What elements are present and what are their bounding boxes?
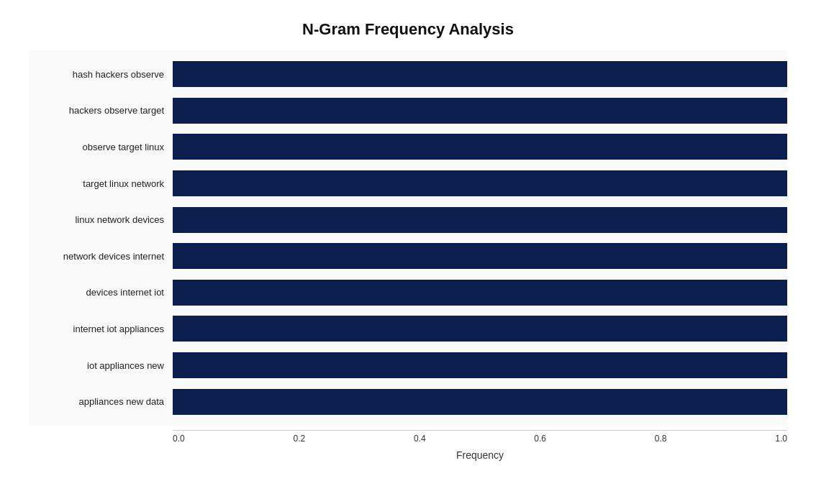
bar-label: network devices internet (29, 251, 173, 262)
bar-row: hackers observe target (29, 93, 787, 128)
bar-track (173, 134, 787, 160)
bar-row: devices internet iot (29, 275, 787, 310)
x-tick: 0.4 (414, 434, 426, 444)
x-tick: 0.0 (173, 434, 185, 444)
bar-track (173, 389, 787, 415)
bar-row: internet iot appliances (29, 311, 787, 346)
x-axis-line (173, 430, 787, 431)
bar-label: linux network devices (29, 214, 173, 225)
bar-label: observe target linux (29, 142, 173, 152)
bar-row: observe target linux (29, 129, 787, 164)
bars-section: hash hackers observehackers observe targ… (29, 50, 787, 426)
bar-fill (173, 389, 787, 415)
x-axis-section: 0.00.20.40.60.81.0 Frequency (173, 426, 787, 461)
bar-row: target linux network (29, 166, 787, 201)
bar-track (173, 207, 787, 233)
bar-row: network devices internet (29, 239, 787, 273)
bar-label: appliances new data (29, 396, 173, 407)
bar-fill (173, 134, 787, 160)
bar-track (173, 98, 787, 124)
bar-row: iot appliances new (29, 348, 787, 382)
bar-track (173, 170, 787, 196)
x-axis-ticks: 0.00.20.40.60.81.0 (173, 434, 787, 444)
bar-label: internet iot appliances (29, 324, 173, 334)
chart-title: N-Gram Frequency Analysis (29, 14, 787, 39)
bar-label: hash hackers observe (29, 69, 173, 80)
chart-area: hash hackers observehackers observe targ… (29, 50, 787, 461)
bar-fill (173, 207, 787, 233)
bar-label: devices internet iot (29, 287, 173, 298)
x-axis-label: Frequency (173, 449, 787, 461)
bar-fill (173, 280, 787, 306)
bar-fill (173, 316, 787, 342)
bar-label: iot appliances new (29, 360, 173, 371)
bar-track (173, 243, 787, 269)
bar-fill (173, 98, 787, 124)
bar-track (173, 61, 787, 87)
bar-track (173, 316, 787, 342)
bar-fill (173, 243, 787, 269)
x-tick: 0.6 (534, 434, 546, 444)
x-tick: 0.2 (293, 434, 305, 444)
x-tick: 1.0 (775, 434, 787, 444)
bar-track (173, 280, 787, 306)
bar-fill (173, 352, 787, 378)
bar-label: hackers observe target (29, 105, 173, 116)
chart-container: N-Gram Frequency Analysis hash hackers o… (0, 0, 816, 504)
bar-row: linux network devices (29, 203, 787, 237)
bar-fill (173, 170, 787, 196)
bar-row: appliances new data (29, 385, 787, 419)
bar-track (173, 352, 787, 378)
bar-fill (173, 61, 787, 87)
bar-label: target linux network (29, 178, 173, 189)
x-tick: 0.8 (655, 434, 667, 444)
bar-row: hash hackers observe (29, 57, 787, 91)
